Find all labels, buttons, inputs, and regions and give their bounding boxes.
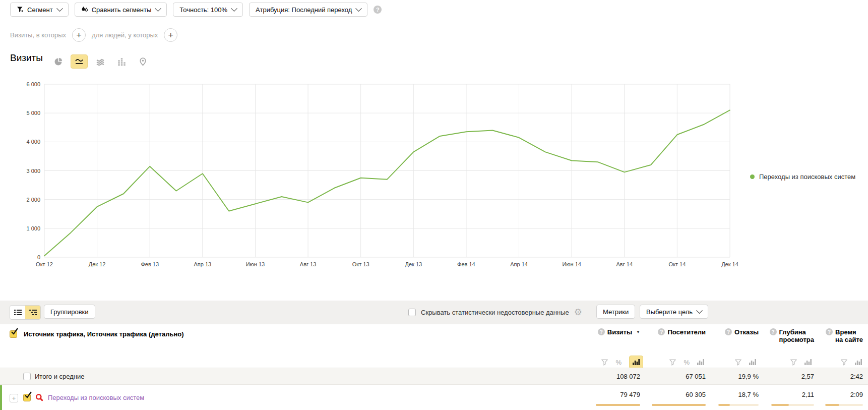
visits-condition-label: Визиты, в которых bbox=[10, 31, 66, 39]
column-label: Глубина bbox=[779, 328, 806, 336]
map-pin-icon[interactable] bbox=[134, 54, 151, 69]
hide-unreliable-label: Скрывать статистически недостоверные дан… bbox=[421, 309, 569, 316]
value-bar-time bbox=[825, 404, 863, 406]
flat-list-view-icon[interactable] bbox=[10, 306, 25, 319]
column-header-bounces[interactable]: ? Отказы bbox=[725, 328, 759, 336]
totals-time-value: 2:42 bbox=[850, 373, 863, 380]
filter-funnel-icon[interactable] bbox=[669, 359, 676, 366]
add-visit-condition-button[interactable]: + bbox=[72, 28, 86, 42]
totals-label: Итого и средние bbox=[35, 373, 84, 380]
help-icon[interactable]: ? bbox=[725, 328, 732, 335]
value-bar-depth bbox=[771, 404, 814, 406]
filter-funnel-icon[interactable] bbox=[841, 359, 847, 366]
column-header-depth[interactable]: ? Глубина просмотра bbox=[770, 328, 814, 344]
svg-text:Фев 14: Фев 14 bbox=[457, 261, 475, 267]
expand-row-button[interactable]: + bbox=[10, 394, 18, 402]
percent-icon[interactable]: % bbox=[615, 359, 622, 366]
choose-goal-button[interactable]: Выберите цель bbox=[640, 305, 708, 319]
metrics-button[interactable]: Метрики bbox=[596, 305, 635, 319]
percent-icon[interactable]: % bbox=[684, 359, 690, 366]
choose-goal-label: Выберите цель bbox=[646, 308, 693, 316]
help-icon[interactable]: ? bbox=[770, 328, 777, 335]
row-accent-bar bbox=[0, 385, 2, 410]
attribution-button[interactable]: Атрибуция: Последний переход bbox=[249, 3, 367, 17]
bar-view-icon-selected[interactable] bbox=[629, 356, 643, 369]
help-icon[interactable]: ? bbox=[826, 328, 833, 335]
chart-canvas: 01 0002 0003 0004 0005 0006 000Окт 12Дек… bbox=[0, 76, 868, 272]
grouping-checkbox-checked[interactable] bbox=[10, 330, 17, 338]
legend-dot-icon bbox=[750, 174, 755, 179]
totals-visits-value: 108 072 bbox=[616, 373, 640, 380]
table-toolbar: Группировки Скрывать статистически недос… bbox=[0, 301, 868, 324]
attribution-label: Атрибуция: Последний переход bbox=[256, 6, 352, 14]
svg-text:Фев 13: Фев 13 bbox=[141, 261, 159, 267]
search-depth-value: 2,11 bbox=[802, 391, 814, 398]
precision-button[interactable]: Точность: 100% bbox=[173, 3, 243, 17]
svg-text:Июн 13: Июн 13 bbox=[246, 261, 265, 267]
svg-text:Авг 14: Авг 14 bbox=[616, 261, 633, 267]
help-icon[interactable]: ? bbox=[598, 328, 605, 335]
chevron-down-icon bbox=[696, 307, 703, 314]
bar-view-icon[interactable] bbox=[697, 359, 704, 365]
column-label-line2: просмотра bbox=[770, 336, 814, 344]
filter-funnel-icon[interactable] bbox=[790, 359, 797, 366]
column-header-visits[interactable]: ? Визиты ▼ bbox=[598, 328, 640, 336]
column-label: Посетители bbox=[667, 328, 706, 336]
svg-text:Дек 13: Дек 13 bbox=[405, 261, 422, 267]
segment-button[interactable]: Сегмент bbox=[10, 3, 69, 17]
column-label: Визиты bbox=[607, 328, 632, 336]
svg-text:4 000: 4 000 bbox=[26, 139, 40, 145]
column-label: Отказы bbox=[734, 328, 759, 336]
stacked-area-icon[interactable] bbox=[92, 54, 109, 69]
value-bar-visits bbox=[596, 404, 640, 406]
bar-view-icon[interactable] bbox=[855, 359, 862, 365]
grouping-header: Источник трафика, Источник трафика (дета… bbox=[10, 330, 184, 338]
svg-text:Авг 13: Авг 13 bbox=[300, 261, 316, 267]
svg-text:Окт 13: Окт 13 bbox=[352, 261, 369, 267]
svg-text:6 000: 6 000 bbox=[26, 81, 40, 87]
line-chart-icon-selected[interactable] bbox=[71, 54, 88, 69]
help-icon[interactable]: ? bbox=[374, 6, 382, 14]
totals-depth-value: 2,57 bbox=[801, 373, 814, 380]
bar-view-icon[interactable] bbox=[804, 359, 812, 365]
svg-text:Апр 13: Апр 13 bbox=[194, 261, 211, 267]
help-icon[interactable]: ? bbox=[658, 328, 665, 335]
svg-text:0: 0 bbox=[37, 254, 40, 260]
search-bounces-value: 18,7 % bbox=[738, 391, 759, 398]
hide-unreliable-checkbox[interactable] bbox=[408, 309, 416, 316]
svg-text:Окт 14: Окт 14 bbox=[668, 261, 686, 267]
groupings-button[interactable]: Группировки bbox=[44, 305, 95, 319]
search-time-value: 2:09 bbox=[850, 391, 863, 398]
filter-funnel-icon[interactable] bbox=[601, 359, 608, 366]
totals-visitors-value: 67 051 bbox=[686, 373, 706, 380]
row-checkbox-checked[interactable] bbox=[23, 394, 31, 401]
bar-view-icon[interactable] bbox=[749, 359, 756, 365]
visits-line-chart[interactable]: 01 0002 0003 0004 0005 0006 000Окт 12Дек… bbox=[0, 76, 868, 272]
totals-checkbox[interactable] bbox=[23, 373, 31, 380]
column-header-visitors[interactable]: ? Посетители bbox=[658, 328, 706, 336]
compare-segments-label: Сравнить сегменты bbox=[92, 6, 152, 14]
svg-text:Дек 14: Дек 14 bbox=[721, 261, 738, 267]
add-people-condition-button[interactable]: + bbox=[164, 28, 177, 42]
filter-funnel-icon[interactable] bbox=[735, 359, 741, 366]
value-bar-visitors bbox=[652, 404, 706, 406]
search-traffic-link[interactable]: Переходы из поисковых систем bbox=[48, 394, 144, 401]
segment-label: Сегмент bbox=[27, 6, 53, 14]
gear-icon[interactable]: ⚙ bbox=[574, 308, 582, 317]
column-header-time-on-site[interactable]: ? Время на сайте bbox=[826, 328, 863, 344]
tree-view-icon-selected[interactable] bbox=[25, 306, 40, 319]
legend-label: Переходы из поисковых систем bbox=[759, 173, 855, 181]
yandex-search-icon bbox=[35, 393, 43, 401]
column-chart-icon[interactable] bbox=[113, 54, 130, 69]
filter-funnel-icon bbox=[17, 6, 24, 13]
compare-segments-button[interactable]: Сравнить сегменты bbox=[75, 3, 167, 17]
svg-text:1 000: 1 000 bbox=[26, 225, 40, 231]
people-condition-label: для людей, у которых bbox=[92, 31, 158, 39]
svg-text:Июн 14: Июн 14 bbox=[562, 261, 581, 267]
svg-text:Окт 12: Окт 12 bbox=[36, 261, 53, 267]
hide-unreliable-control: Скрывать статистически недостоверные дан… bbox=[408, 308, 582, 317]
svg-text:2 000: 2 000 bbox=[26, 197, 40, 203]
pie-chart-icon[interactable] bbox=[49, 54, 67, 69]
svg-text:3 000: 3 000 bbox=[26, 168, 40, 174]
svg-text:Дек 12: Дек 12 bbox=[89, 261, 106, 267]
